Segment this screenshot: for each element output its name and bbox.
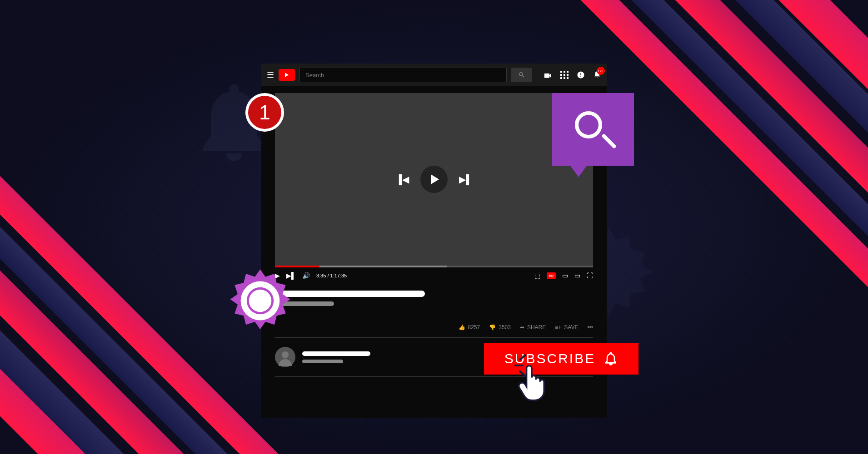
topbar: ☰ 17+	[261, 64, 607, 86]
video-area[interactable]: ▐◀ ▶▌	[275, 93, 593, 266]
thumbs-down-icon: 👎	[489, 324, 496, 331]
apps-grid-icon[interactable]	[560, 71, 569, 79]
progress-bar[interactable]	[275, 266, 593, 267]
search-button[interactable]	[511, 68, 532, 82]
youtube-logo-icon[interactable]	[279, 69, 295, 81]
title-area	[261, 284, 607, 317]
bell-icon	[604, 351, 618, 366]
share-icon: ➦	[520, 324, 524, 331]
next-icon[interactable]: ▶▌	[459, 174, 472, 185]
play-button[interactable]	[420, 166, 448, 193]
actions-bar: 👍8257 👎3503 ➦SHARE ≡+SAVE •••	[261, 324, 607, 337]
magnifier-icon	[575, 111, 602, 138]
progress-buffer	[319, 266, 447, 267]
cursor-hand-icon	[516, 363, 548, 402]
notifications-button[interactable]: 17+	[593, 69, 601, 80]
fullscreen-icon[interactable]: ⛶	[587, 272, 593, 279]
share-button[interactable]: ➦SHARE	[520, 324, 546, 331]
channel-name-placeholder	[302, 351, 370, 356]
notification-count: 1	[248, 96, 281, 129]
like-button[interactable]: 👍8257	[459, 324, 480, 331]
prev-icon[interactable]: ▐◀	[396, 174, 409, 185]
play-icon	[431, 174, 439, 184]
gear-badge	[223, 263, 298, 338]
volume-icon[interactable]: 🔊	[302, 272, 310, 279]
captions-icon[interactable]: ⬚	[534, 272, 540, 279]
search-icon	[518, 71, 525, 79]
search-callout	[552, 93, 634, 166]
hamburger-icon[interactable]: ☰	[267, 70, 274, 80]
thumbs-up-icon: 👍	[459, 324, 465, 331]
more-icon[interactable]: •••	[587, 324, 593, 331]
save-icon: ≡+	[555, 324, 561, 331]
subscribe-button[interactable]: SUBSCRIBE	[484, 343, 639, 375]
svg-point-2	[249, 290, 272, 312]
camera-icon[interactable]	[543, 71, 552, 79]
dislike-button[interactable]: 👎3503	[489, 324, 511, 331]
gear-icon	[223, 263, 298, 338]
search-input[interactable]	[299, 68, 507, 82]
miniplayer-icon[interactable]: ▭	[562, 272, 568, 279]
hd-badge-icon[interactable]: HD	[547, 272, 556, 279]
channel-subs-placeholder	[302, 360, 343, 363]
notification-badge: 1	[245, 93, 284, 132]
save-button[interactable]: ≡+SAVE	[555, 324, 578, 331]
messages-icon[interactable]	[577, 71, 585, 79]
theater-icon[interactable]: ▭	[574, 272, 580, 279]
avatar[interactable]	[275, 347, 295, 367]
controls-bar: ▶ ▶▌ 🔊 3:35 / 1:17:35 ⬚ HD ▭ ▭ ⛶	[261, 267, 607, 284]
notif-badge: 17+	[597, 67, 605, 75]
time-display: 3:35 / 1:17:35	[316, 273, 347, 278]
